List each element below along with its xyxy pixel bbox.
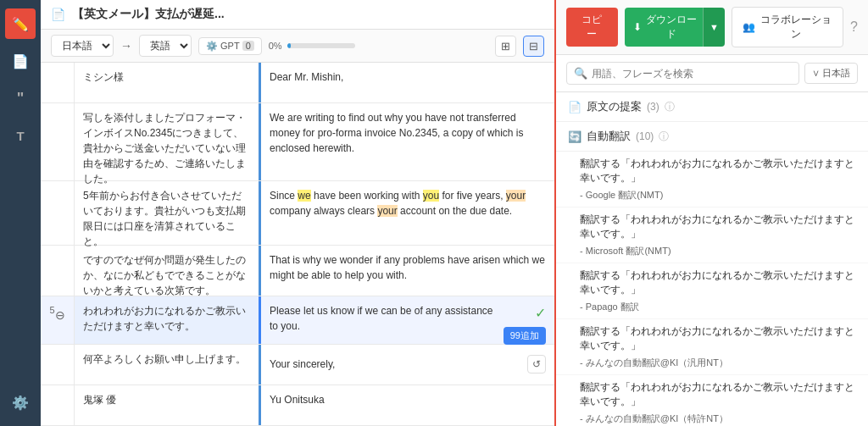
row-number xyxy=(41,103,75,180)
download-dropdown-button[interactable]: ▼ xyxy=(703,8,725,47)
right-panel: コピー ⬇ ダウンロード ▼ 👥 コラボレーション ? 🔍 ∨ 日本語 📄 原文… xyxy=(554,0,868,426)
toolbar: 日本語 → 英語 ⚙️ GPT 0 0% ⊞ ⊟ xyxy=(41,30,554,63)
table-row: 何卒よろしくお願い申し上げます。 Your sincerely, ↺ xyxy=(41,345,554,385)
add-button[interactable]: 99追加 xyxy=(504,327,546,345)
download-button[interactable]: ⬇ ダウンロード xyxy=(625,8,706,47)
auto-translation-item[interactable]: 翻訳する「われわれがお力になれるかご教示いただけますと幸いです。」 - Goog… xyxy=(556,152,868,207)
search-input-wrapper: 🔍 xyxy=(566,62,799,85)
target-language-select[interactable]: 英語 xyxy=(139,35,192,57)
download-label: ダウンロード xyxy=(646,13,698,41)
gpt-label: GPT xyxy=(220,41,240,51)
auto-count: (10) xyxy=(636,130,654,142)
collab-label: コラボレーション xyxy=(760,13,832,41)
row-number xyxy=(41,385,75,425)
section-title-auto: 自動翻訳 xyxy=(587,129,631,144)
progress-container: 0% xyxy=(269,41,355,51)
auto-translation-item[interactable]: 翻訳する「われわれがお力になれるかご教示いただけますと幸いです。」 - みんなの… xyxy=(556,375,868,426)
auto-translation-item[interactable]: 翻訳する「われわれがお力になれるかご教示いただけますと幸いです。」 - Micr… xyxy=(556,207,868,263)
language-filter-badge[interactable]: ∨ 日本語 xyxy=(804,63,858,84)
search-bar: 🔍 ∨ 日本語 xyxy=(556,55,868,92)
collab-button[interactable]: 👥 コラボレーション xyxy=(732,7,843,47)
auto-translation-text: 翻訳する「われわれがお力になれるかご教示いただけますと幸いです。」 xyxy=(580,268,856,298)
copy-button[interactable]: コピー xyxy=(566,8,618,47)
sidebar-icon-settings[interactable]: ⚙️ xyxy=(5,387,36,418)
target-cell[interactable]: That is why we wonder if any problems ha… xyxy=(261,246,554,296)
chevron-down-icon: ∨ xyxy=(812,68,822,78)
info-icon: ⓘ xyxy=(665,100,675,114)
table-row: 鬼塚 優 Yu Onitsuka xyxy=(41,385,554,426)
section-header-proposals[interactable]: 📄 原文の提案 (3) ⓘ xyxy=(556,92,868,122)
lang-badge-label: 日本語 xyxy=(822,68,850,78)
doc-type-icon: 📄 xyxy=(51,8,65,21)
progress-fill xyxy=(287,43,291,48)
sidebar-icon-text[interactable]: T xyxy=(5,120,36,151)
auto-translation-source: - みんなの自動翻訳@KI（汎用NT） xyxy=(580,356,856,370)
direction-arrow-icon: → xyxy=(120,39,132,53)
source-cell[interactable]: ミシン様 xyxy=(75,63,261,102)
row-number: 5 ⊖ xyxy=(41,296,75,344)
document-title: 【英文メール】支払が遅延... xyxy=(72,7,544,22)
progress-bar xyxy=(287,43,355,48)
row-number xyxy=(41,181,75,245)
section-title-proposals: 原文の提案 xyxy=(587,99,642,114)
collab-icon: 👥 xyxy=(743,21,755,33)
search-icon: 🔍 xyxy=(574,67,587,80)
target-cell[interactable]: Please let us know if we can be of any a… xyxy=(261,296,554,344)
target-text: Your sincerely, xyxy=(270,357,335,372)
target-cell[interactable]: Yu Onitsuka xyxy=(261,385,554,425)
help-button[interactable]: ? xyxy=(850,19,858,35)
table-row-active: 5 ⊖ われわれがお力になれるかご教示いただけますと幸いです。 Please l… xyxy=(41,296,554,345)
row-number xyxy=(41,246,75,296)
auto-translation-text: 翻訳する「われわれがお力になれるかご教示いただけますと幸いです。」 xyxy=(580,380,856,410)
auto-translation-text: 翻訳する「われわれがお力になれるかご教示いただけますと幸いです。」 xyxy=(580,213,856,242)
target-cell[interactable]: Since we have been working with you for … xyxy=(261,181,554,245)
auto-translation-item[interactable]: 翻訳する「われわれがお力になれるかご教示いただけますと幸いです。」 - みんなの… xyxy=(556,319,868,375)
main-content: 📄 【英文メール】支払が遅延... 日本語 → 英語 ⚙️ GPT 0 0% ⊞… xyxy=(41,0,554,426)
table-row: ミシン様 Dear Mr. Mishin, xyxy=(41,63,554,103)
sidebar-icon-quote[interactable]: " xyxy=(5,83,36,113)
target-cell[interactable]: Dear Mr. Mishin, xyxy=(261,63,554,102)
search-input[interactable] xyxy=(592,68,792,80)
target-cell[interactable]: We are writing to find out why you have … xyxy=(261,103,554,180)
replay-button[interactable]: ↺ xyxy=(527,355,546,373)
translation-table: ミシン様 Dear Mr. Mishin, 写しを添付しましたプロフォーマ・イン… xyxy=(41,63,554,426)
auto-translation-text: 翻訳する「われわれがお力になれるかご教示いただけますと幸いです。」 xyxy=(580,324,856,354)
target-cell[interactable]: Your sincerely, ↺ xyxy=(261,345,554,385)
source-cell[interactable]: 写しを添付しましたプロフォーマ・インボイスNo.2345につきまして、貴社からご… xyxy=(75,103,261,180)
auto-translation-source: - Google 翻訳(NMT) xyxy=(580,188,856,202)
table-row: ですのでなぜ何か問題が発生したのか、なにか私どもでできることがないかと考えている… xyxy=(41,246,554,297)
top-header: 📄 【英文メール】支払が遅延... xyxy=(41,0,554,30)
panel-body: 📄 原文の提案 (3) ⓘ 🔄 自動翻訳 (10) ⓘ 翻訳する「われわれがお力… xyxy=(556,92,868,426)
sidebar-icon-document[interactable]: 📄 xyxy=(5,46,36,76)
proposals-count: (3) xyxy=(647,101,659,113)
auto-translation-source: - Papago 翻訳 xyxy=(580,300,856,314)
row-number xyxy=(41,63,75,102)
grid-view-btn[interactable]: ⊟ xyxy=(523,36,544,57)
auto-translation-text: 翻訳する「われわれがお力になれるかご教示いただけますと幸いです。」 xyxy=(580,157,856,186)
gpt-badge[interactable]: ⚙️ GPT 0 xyxy=(198,37,262,55)
right-header: コピー ⬇ ダウンロード ▼ 👥 コラボレーション ? xyxy=(556,0,868,55)
download-group: ⬇ ダウンロード ▼ xyxy=(625,8,725,47)
auto-translation-source: - みんなの自動翻訳@KI（特許NT） xyxy=(580,412,856,426)
row-number xyxy=(41,345,75,385)
source-cell[interactable]: 5年前からお付き合いさせていただいております。貴社がいつも支払期限日には口座を清… xyxy=(75,181,261,245)
auto-translation-item[interactable]: 翻訳する「われわれがお力になれるかご教示いただけますと幸いです。」 - Papa… xyxy=(556,263,868,319)
check-icon[interactable]: ✓ xyxy=(535,303,546,324)
auto-translation-source: - Microsoft 翻訳(NMT) xyxy=(580,244,856,258)
sidebar: ✏️ 📄 " T ⚙️ xyxy=(0,0,41,426)
progress-label: 0% xyxy=(269,41,282,51)
source-cell[interactable]: 何卒よろしくお願い申し上げます。 xyxy=(75,345,261,385)
table-row: 写しを添付しましたプロフォーマ・インボイスNo.2345につきまして、貴社からご… xyxy=(41,103,554,181)
source-cell[interactable]: 鬼塚 優 xyxy=(75,385,261,425)
source-cell[interactable]: ですのでなぜ何か問題が発生したのか、なにか私どもでできることがないかと考えている… xyxy=(75,246,261,296)
view-toggle-icon[interactable]: ⊞ xyxy=(495,36,516,57)
auto-translate-icon: 🔄 xyxy=(568,130,581,143)
download-icon: ⬇ xyxy=(633,21,642,33)
sidebar-icon-edit[interactable]: ✏️ xyxy=(5,8,36,39)
target-text: Please let us know if we can be of any a… xyxy=(270,303,498,334)
source-language-select[interactable]: 日本語 xyxy=(51,35,114,57)
proposals-icon: 📄 xyxy=(568,101,581,113)
info-icon-auto: ⓘ xyxy=(659,130,669,144)
section-header-auto[interactable]: 🔄 自動翻訳 (10) ⓘ xyxy=(556,122,868,152)
source-cell[interactable]: われわれがお力になれるかご教示いただけますと幸いです。 xyxy=(75,296,261,344)
